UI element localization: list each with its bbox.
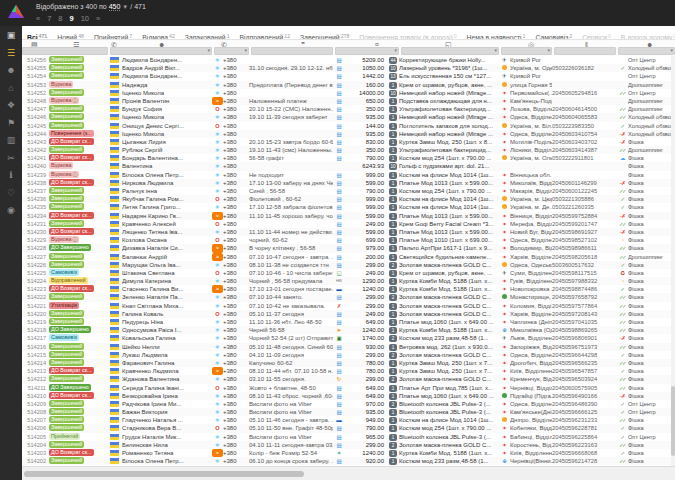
filter-input-1[interactable]: ▾ <box>110 47 212 55</box>
filter-input-5[interactable]: ▾ <box>401 47 499 55</box>
table-row[interactable]: 514247 Завершений Бундук София O +380 20… <box>22 105 675 113</box>
page-9[interactable]: 9 <box>70 14 74 23</box>
tools-icon[interactable]: ✂ <box>0 153 22 163</box>
table-row[interactable]: 514244 Повернення (з... Іщенко Микола ✳ … <box>22 130 675 138</box>
table-row[interactable]: 514223 ДО Возврат ск... Стасенко Галина … <box>22 285 675 293</box>
table-row[interactable]: 514230 ДО Возврат ск... Лященко Тетяна І… <box>22 228 675 236</box>
tab-в-дорозі-додому[interactable]: В дорозі додому0 <box>616 30 675 40</box>
tab-відмова[interactable]: Відмова42 <box>137 30 180 40</box>
table-row[interactable]: 514206 Завершений Стадникова Вера В... O… <box>22 424 675 432</box>
campaigns-icon[interactable]: ⚑ <box>0 118 22 128</box>
qty-cell: 1 <box>387 212 399 220</box>
tab-сервіси[interactable]: Сервіси0 <box>577 30 616 40</box>
table-row[interactable]: 514240 Відмова Валентина ✳ +380 6243.93 … <box>22 162 675 170</box>
table-row[interactable]: 514238 ДО Возврат ск... Ниркова Людмила … <box>22 179 675 187</box>
table-row[interactable]: 514255 Завершений Бадров Андрій Вікт... … <box>22 64 675 72</box>
table-row[interactable]: 514219 Завершений Педурець Ніна ✳ +380 1… <box>22 318 675 326</box>
table-row[interactable]: 514226 Завершений Марущак Ольга Іва... ✳… <box>22 261 675 269</box>
vertical-scrollbar-thumb[interactable] <box>671 386 675 456</box>
qty-badge: 1 <box>389 434 397 441</box>
table-row[interactable]: 514216 Завершений Шейко Нелли ✳ +380 05.… <box>22 343 675 351</box>
table-row[interactable]: 514252 Завершений Іщенко Микола ✳ +380 ▤… <box>22 89 675 97</box>
table-row[interactable]: 514202 Завершений Білоока Олена Петр... … <box>22 457 675 465</box>
donate-icon[interactable]: ♡ <box>0 188 22 198</box>
table-row[interactable]: 514221 Утилізація Кнап Світлана Миха... … <box>22 302 675 310</box>
horizontal-scrollbar-thumb[interactable] <box>24 471 304 477</box>
table-row[interactable]: 514235 Завершений Летяк Галина Григо... … <box>22 203 675 211</box>
shown-to-selector[interactable]: 450 <box>109 3 121 11</box>
table-row[interactable]: 514237 Завершений Ральчук інна ✳ +380 Си… <box>22 187 675 195</box>
table-row[interactable]: 514243 ДО Возврат ск... Цыганюк Лидия ✳ … <box>22 138 675 146</box>
table-row[interactable]: 514246 Завершений Іщенко Микола ✳ +380 1… <box>22 113 675 121</box>
comment: 17.10 13-00 заберу на днях Че... <box>249 179 333 187</box>
carrier-icon <box>499 154 510 162</box>
table-row[interactable]: 514241 ДО Возврат ск... Бондарь Валентин… <box>22 154 675 162</box>
table-row[interactable]: 514248 Відмоваⓘ Пронів Валентин ік +380 … <box>22 97 675 105</box>
tab-всі[interactable]: Всі471 <box>22 30 52 40</box>
page-10[interactable]: 10 <box>81 14 89 23</box>
table-row[interactable]: 514222 Завершений Зеленко Наталія Па... … <box>22 293 675 301</box>
table-row[interactable]: 514214 Завершений Фаранович Галина ✳ +38… <box>22 359 675 367</box>
filter-input-7[interactable] <box>554 47 616 55</box>
tab-новий[interactable]: Новий48 <box>52 30 89 40</box>
order-total: 299.00 <box>345 351 387 359</box>
table-row[interactable]: 514211 ДО Завершено Середа Галина Івані.… <box>22 384 675 392</box>
shop-icon[interactable]: ⌂ <box>0 83 22 93</box>
table-row[interactable]: 514227 Завершений Баланюк Андрій ік +380… <box>22 253 675 261</box>
tab-прийнятий[interactable]: Прийнятий7 <box>89 30 137 40</box>
filter-input-3[interactable] <box>251 47 333 55</box>
table-row[interactable]: 514254 Завершений Людмила Бондарен... ✳ … <box>22 72 675 80</box>
tab-завершений[interactable]: Завершений278 <box>295 30 354 40</box>
tab-запакований[interactable]: Запакований1 <box>180 30 235 40</box>
table-row[interactable]: 514245 Завершений Онищук Денис Сергі... … <box>22 122 675 130</box>
filter-input-2[interactable]: ▾ <box>214 47 249 55</box>
filter-input-6[interactable]: ▾ <box>501 47 552 55</box>
filter-input-8[interactable]: ▾ <box>618 47 675 55</box>
screen-icon[interactable]: ▣ <box>0 30 22 40</box>
filter-input-0[interactable] <box>22 47 108 55</box>
app-logo[interactable] <box>7 4 25 19</box>
cart-icon[interactable]: ❖ <box>0 100 22 110</box>
tab-відправлений[interactable]: Відправлений12 <box>235 30 296 40</box>
table-row[interactable]: 514256 Завершений Людмила Бондарен... ✳ … <box>22 56 675 64</box>
table-row[interactable]: 514218 ДО Завершено Односумова Раіса І..… <box>22 326 675 334</box>
tab-самовивіз[interactable]: Самовивіз2 <box>530 30 577 40</box>
first-page-icon[interactable]: « <box>36 14 40 23</box>
contacts-icon[interactable]: ☻ <box>0 65 22 75</box>
table-row[interactable]: 514236 Завершений Якубчак Галина Ром... … <box>22 195 675 203</box>
table-row[interactable]: 514212 Завершений Жданова Валентина ✳ +3… <box>22 375 675 383</box>
table-row[interactable]: 514203 ДО Возврат ск... Романенко Тетяна… <box>22 449 675 457</box>
order-total: 350.00 <box>345 105 387 113</box>
tab-повернення-товару-в-дорозі-[interactable]: Повернення товару (в дорозі)0 <box>354 30 461 40</box>
table-row[interactable]: 514224 Відправлений Димула Катерина ✳ +3… <box>22 277 675 285</box>
table-row[interactable]: 514215 Завершений Лукаш Людмила ✳ +380 0… <box>22 351 675 359</box>
table-row[interactable]: 514205 Прийнятий Грудок Наталія Мик... ✳… <box>22 433 675 441</box>
table-row[interactable]: 514207 Завершений Гладченко Наталья ... … <box>22 416 675 424</box>
table-row[interactable]: 514231 Завершений Кравченко Алексей O +3… <box>22 220 675 228</box>
stats-icon[interactable]: ▥ <box>0 135 22 145</box>
table-row[interactable]: 514229 Відмоваⓘ Козлова Оксана O +380 чо… <box>22 236 675 244</box>
table-row[interactable]: 514225 Самовивіз Штакина Светлана O +380… <box>22 269 675 277</box>
vertical-scrollbar-track[interactable] <box>671 56 675 466</box>
table-row[interactable]: 514228 ДО Завершено Дихавка Наталія Си..… <box>22 244 675 252</box>
table-row[interactable]: 514220 Завершений Галина Коваль O +380 0… <box>22 310 675 318</box>
table-row[interactable]: 514209 Завершений Радчікова Ірина Ми... … <box>22 400 675 408</box>
filter-input-4[interactable]: ▾ <box>335 47 399 55</box>
last-page-icon[interactable]: » <box>96 14 100 23</box>
table-row[interactable]: 514239 Відмоваⓘ Білоока Олена Петр... ✳ … <box>22 171 675 179</box>
table-row[interactable]: 514204 Завершений Белинская Нила ✳ +380 … <box>22 441 675 449</box>
tab-нема-в-наявності[interactable]: Нема в наявності1 <box>462 30 531 40</box>
table-row[interactable]: 514213 ДО Возврат ск... Кравченко Людмил… <box>22 367 675 375</box>
table-row[interactable]: 514242 Завершений Рублюк Сергій ✳ +380 1… <box>22 146 675 154</box>
page-7[interactable]: 7 <box>47 14 51 23</box>
table-row[interactable]: 514208 Завершений Бажан Виктория ✳ +380 … <box>22 408 675 416</box>
table-row[interactable]: 514210 ДО Возврат ск... Безкоровайна Іри… <box>22 392 675 400</box>
table-row[interactable]: 514217 Самовивіз Ковальська Галина ✳ +38… <box>22 334 675 342</box>
video-icon[interactable]: ◉ <box>0 205 22 215</box>
table-row[interactable]: 514253 Відмова Надежда ✳ +380 Предоплата… <box>22 81 675 89</box>
menu-icon[interactable]: ☰ <box>0 48 22 58</box>
page-8[interactable]: 8 <box>58 14 62 23</box>
table-row[interactable]: 514234 ДО Возврат ск... Надарян Карино Г… <box>22 212 675 220</box>
info-icon[interactable]: ℹ <box>0 170 22 180</box>
horizontal-scrollbar-track[interactable] <box>22 466 675 480</box>
